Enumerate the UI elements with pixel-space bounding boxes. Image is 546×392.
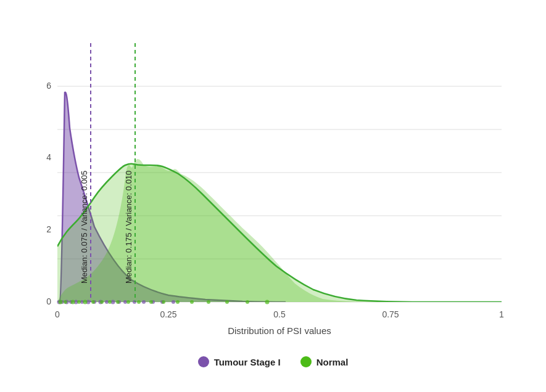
median-label-1: Median: 0.075 / Variance: 0.005 xyxy=(80,171,89,284)
svg-point-39 xyxy=(190,300,194,304)
svg-point-36 xyxy=(149,300,153,304)
svg-point-38 xyxy=(176,300,180,304)
svg-point-29 xyxy=(83,300,87,304)
chart-svg: 0 2 4 6 0 0.25 0.5 0.75 1 Distribution o… xyxy=(20,25,526,351)
svg-point-25 xyxy=(58,300,62,304)
svg-point-33 xyxy=(116,300,120,304)
legend-dot-normal xyxy=(300,356,312,367)
x-axis-title: Distribution of PSI values xyxy=(228,325,331,336)
svg-point-37 xyxy=(162,300,165,304)
y-axis-6: 6 xyxy=(46,81,51,91)
y-axis-4: 4 xyxy=(46,152,51,162)
svg-point-32 xyxy=(108,300,112,304)
chart-container: 0 2 4 6 0 0.25 0.5 0.75 1 Distribution o… xyxy=(0,0,546,392)
x-axis-1: 1 xyxy=(499,309,504,319)
svg-point-28 xyxy=(77,300,81,304)
svg-point-24 xyxy=(172,300,175,304)
x-axis-075: 0.75 xyxy=(382,309,399,319)
legend-item-tumour: Tumour Stage I xyxy=(198,356,281,367)
svg-point-27 xyxy=(70,300,75,304)
median-label-2: Median: 0.175 / Variance: 0.010 xyxy=(124,171,133,284)
y-axis-0: 0 xyxy=(46,296,51,306)
svg-point-34 xyxy=(126,300,130,304)
legend-label-tumour: Tumour Stage I xyxy=(214,357,281,367)
legend-dot-tumour xyxy=(198,356,209,367)
svg-point-42 xyxy=(246,300,249,304)
svg-point-26 xyxy=(64,300,67,304)
svg-point-21 xyxy=(142,300,146,304)
svg-point-41 xyxy=(225,300,229,304)
x-axis-025: 0.25 xyxy=(160,309,176,319)
svg-point-35 xyxy=(137,300,141,304)
legend-item-normal: Normal xyxy=(300,356,349,367)
chart-legend: Tumour Stage I Normal xyxy=(198,356,349,367)
svg-point-43 xyxy=(265,300,269,304)
x-axis-05: 0.5 xyxy=(273,309,286,319)
svg-point-30 xyxy=(91,300,95,304)
y-axis-2: 2 xyxy=(46,224,51,234)
x-axis-0: 0 xyxy=(55,309,60,319)
chart-wrapper: 0 2 4 6 0 0.25 0.5 0.75 1 Distribution o… xyxy=(20,25,526,351)
svg-point-31 xyxy=(100,300,104,304)
legend-label-normal: Normal xyxy=(316,357,349,367)
svg-point-40 xyxy=(207,300,210,304)
